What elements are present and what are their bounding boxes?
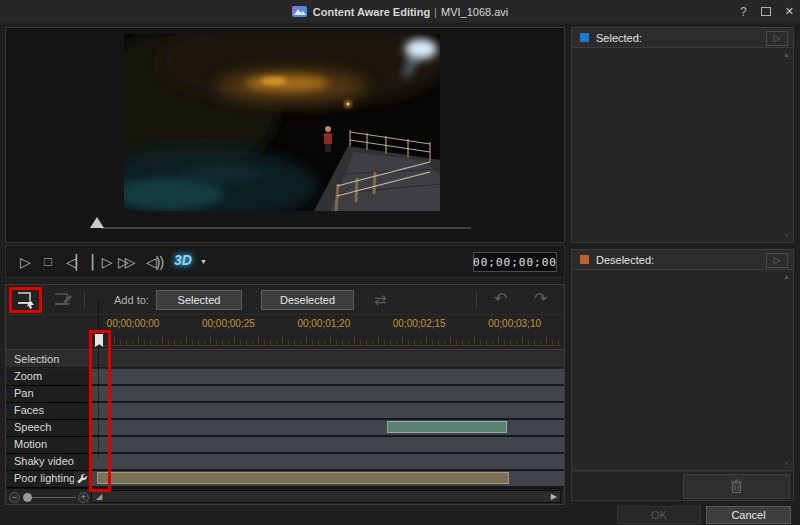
track-row-faces: Faces bbox=[6, 403, 564, 420]
track-row-speech: Speech bbox=[6, 420, 564, 437]
help-button[interactable]: ? bbox=[740, 5, 747, 19]
timeline-zoom-slider-thumb[interactable] bbox=[23, 493, 32, 502]
select-range-tool-icon[interactable] bbox=[14, 290, 40, 310]
selection-track-row[interactable]: Selection bbox=[6, 349, 564, 368]
app-icon bbox=[292, 6, 307, 17]
scroll-up-icon[interactable]: ▲ bbox=[783, 273, 790, 280]
timeline-panel: Add to: Selected Deselected ⇄ ↶ ↷ 00;00;… bbox=[5, 284, 565, 505]
play-deselected-button[interactable]: ▷ bbox=[766, 253, 788, 268]
close-button[interactable]: ✕ bbox=[785, 5, 794, 18]
ruler-timecode: 00;00;02;15 bbox=[374, 318, 464, 329]
selected-section-header: Selected: ▷ bbox=[571, 27, 794, 48]
deselected-section-header: Deselected: ▷ bbox=[571, 249, 794, 270]
seek-track[interactable] bbox=[101, 227, 471, 229]
trash-icon bbox=[730, 479, 743, 494]
track-label-pan: Pan bbox=[6, 386, 90, 403]
track-row-shaky-video: Shaky video bbox=[6, 454, 564, 471]
selection-track-label: Selection bbox=[14, 353, 59, 365]
play-selected-button[interactable]: ▷ bbox=[766, 31, 788, 46]
mode-3d-button[interactable]: 3D bbox=[174, 252, 192, 268]
timeline-scrollbar[interactable]: ◢ ▶ bbox=[91, 490, 561, 503]
segment-bar-poor-lighting[interactable] bbox=[97, 472, 509, 484]
add-to-label: Add to: bbox=[114, 294, 149, 306]
maximize-button[interactable] bbox=[761, 7, 771, 16]
seek-thumb[interactable] bbox=[90, 217, 104, 228]
manual-mark-tool-icon[interactable] bbox=[50, 290, 76, 310]
track-label-faces: Faces bbox=[6, 403, 90, 420]
stop-icon[interactable]: □ bbox=[44, 253, 51, 271]
ruler-timecode: 00;00;00;00 bbox=[88, 318, 178, 329]
add-to-selected-button[interactable]: Selected bbox=[156, 290, 242, 310]
transport-bar: ▷ □ ◁▏ ▏▷ ▷▷ ◁)) 3D ▼ 00;00;00;00 bbox=[5, 245, 565, 278]
track-label-zoom: Zoom bbox=[6, 369, 90, 386]
track-rows: ZoomPanFacesSpeechMotionShaky videoPoor … bbox=[6, 369, 564, 488]
toolbar-divider bbox=[476, 292, 477, 308]
scroll-up-icon[interactable]: ▲ bbox=[783, 51, 790, 58]
selected-color-swatch bbox=[580, 33, 589, 42]
track-lane-speech[interactable] bbox=[90, 420, 564, 437]
scroll-down-icon[interactable]: ▼ bbox=[783, 232, 790, 239]
wrench-icon[interactable] bbox=[74, 472, 89, 486]
volume-icon[interactable]: ◁)) bbox=[146, 253, 163, 271]
track-row-poor-lighting: Poor lighting bbox=[6, 471, 564, 488]
titlebar: Content Aware Editing|MVI_1068.avi ? ✕ bbox=[0, 0, 800, 23]
track-row-motion: Motion bbox=[6, 437, 564, 454]
preview-panel bbox=[5, 27, 565, 243]
playhead-line bbox=[98, 300, 99, 458]
deselected-label: Deselected: bbox=[596, 254, 654, 266]
scrollbar-right-arrow-icon[interactable]: ▶ bbox=[551, 492, 557, 502]
add-to-deselected-button[interactable]: Deselected bbox=[261, 290, 354, 310]
video-preview bbox=[124, 34, 440, 211]
scrollbar-corner-icon: ◢ bbox=[96, 493, 102, 501]
cancel-button[interactable]: Cancel bbox=[706, 506, 791, 524]
track-row-pan: Pan bbox=[6, 386, 564, 403]
ok-button[interactable]: OK bbox=[617, 506, 701, 524]
fast-forward-icon[interactable]: ▷▷ bbox=[118, 253, 132, 271]
segment-bar-speech[interactable] bbox=[387, 421, 507, 433]
zoom-out-button[interactable]: − bbox=[9, 492, 20, 503]
track-lane-poor-lighting[interactable] bbox=[90, 471, 564, 488]
ruler-timecode: 00;00;01;20 bbox=[279, 318, 369, 329]
track-lane-pan[interactable] bbox=[90, 386, 564, 403]
ruler-timecode: 00;00;03;10 bbox=[470, 318, 560, 329]
title-group: Content Aware Editing|MVI_1068.avi bbox=[292, 6, 508, 18]
cave-video-still bbox=[124, 34, 440, 211]
ruler-timecode: 00;00;00;25 bbox=[183, 318, 273, 329]
selected-label: Selected: bbox=[596, 32, 642, 44]
zoom-in-button[interactable]: + bbox=[78, 492, 89, 503]
selected-clip-list[interactable]: ▲ ▼ bbox=[571, 48, 794, 243]
delete-button[interactable] bbox=[683, 474, 790, 499]
timeline-ruler[interactable]: 00;00;00;0000;00;00;2500;00;01;2000;00;0… bbox=[6, 316, 564, 332]
toolbar-divider bbox=[84, 292, 85, 308]
track-label-motion: Motion bbox=[6, 437, 90, 454]
track-label-shaky-video: Shaky video bbox=[6, 454, 90, 471]
timeline-bottom-bar: − + ◢ ▶ bbox=[6, 488, 564, 504]
deselected-color-swatch bbox=[580, 255, 589, 264]
track-lane-zoom[interactable] bbox=[90, 369, 564, 386]
redo-icon[interactable]: ↷ bbox=[534, 289, 547, 308]
mode-3d-dropdown-icon[interactable]: ▼ bbox=[200, 258, 207, 265]
deselected-clip-list[interactable]: ▲ ▼ bbox=[571, 270, 794, 471]
timeline-tick-strip[interactable] bbox=[6, 332, 564, 349]
deselected-actions-bar bbox=[571, 471, 794, 501]
track-lane-shaky-video[interactable] bbox=[90, 454, 564, 471]
step-forward-icon[interactable]: ▏▷ bbox=[92, 253, 112, 271]
track-lane-motion[interactable] bbox=[90, 437, 564, 454]
track-lane-faces[interactable] bbox=[90, 403, 564, 420]
track-label-speech: Speech bbox=[6, 420, 90, 437]
timecode-display: 00;00;00;00 bbox=[473, 252, 557, 272]
window-title: Content Aware Editing|MVI_1068.avi bbox=[313, 6, 508, 18]
step-back-icon[interactable]: ◁▏ bbox=[66, 253, 86, 271]
swap-selection-icon[interactable]: ⇄ bbox=[374, 291, 387, 309]
undo-icon[interactable]: ↶ bbox=[494, 289, 507, 308]
track-label-poor-lighting: Poor lighting bbox=[6, 471, 90, 488]
timeline-toolbar: Add to: Selected Deselected ⇄ ↶ ↷ bbox=[6, 285, 564, 315]
scroll-down-icon[interactable]: ▼ bbox=[783, 460, 790, 467]
play-icon[interactable]: ▷ bbox=[20, 253, 30, 271]
track-row-zoom: Zoom bbox=[6, 369, 564, 386]
playhead-marker[interactable] bbox=[95, 334, 103, 347]
